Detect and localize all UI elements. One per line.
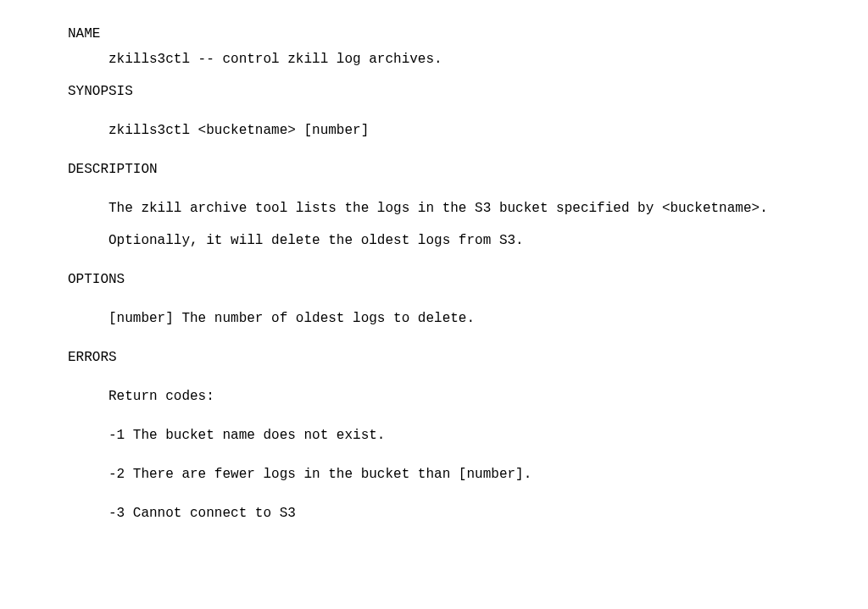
description-para-1: The zkill archive tool lists the logs in… xyxy=(108,198,868,219)
errors-body: Return codes: -1 The bucket name does no… xyxy=(108,386,868,523)
synopsis-body: zkills3ctl <bucketname> [number] xyxy=(108,120,868,141)
name-line: zkills3ctl -- control zkill log archives… xyxy=(108,49,868,69)
section-heading-options: OPTIONS xyxy=(68,269,868,290)
errors-intro: Return codes: xyxy=(108,386,868,407)
description-body: The zkill archive tool lists the logs in… xyxy=(108,198,868,251)
error-code-3: -3 Cannot connect to S3 xyxy=(108,503,868,523)
section-heading-description: DESCRIPTION xyxy=(68,159,868,180)
section-heading-name: NAME xyxy=(68,24,868,44)
synopsis-line: zkills3ctl <bucketname> [number] xyxy=(108,120,868,141)
description-para-2: Optionally, it will delete the oldest lo… xyxy=(108,230,868,251)
options-line: [number] The number of oldest logs to de… xyxy=(108,308,868,329)
error-code-1: -1 The bucket name does not exist. xyxy=(108,425,868,446)
options-body: [number] The number of oldest logs to de… xyxy=(108,308,868,329)
manpage-root: NAME zkills3ctl -- control zkill log arc… xyxy=(0,0,868,523)
section-heading-synopsis: SYNOPSIS xyxy=(68,81,868,102)
section-heading-errors: ERRORS xyxy=(68,347,868,368)
error-code-2: -2 There are fewer logs in the bucket th… xyxy=(108,464,868,484)
name-body: zkills3ctl -- control zkill log archives… xyxy=(108,49,868,69)
